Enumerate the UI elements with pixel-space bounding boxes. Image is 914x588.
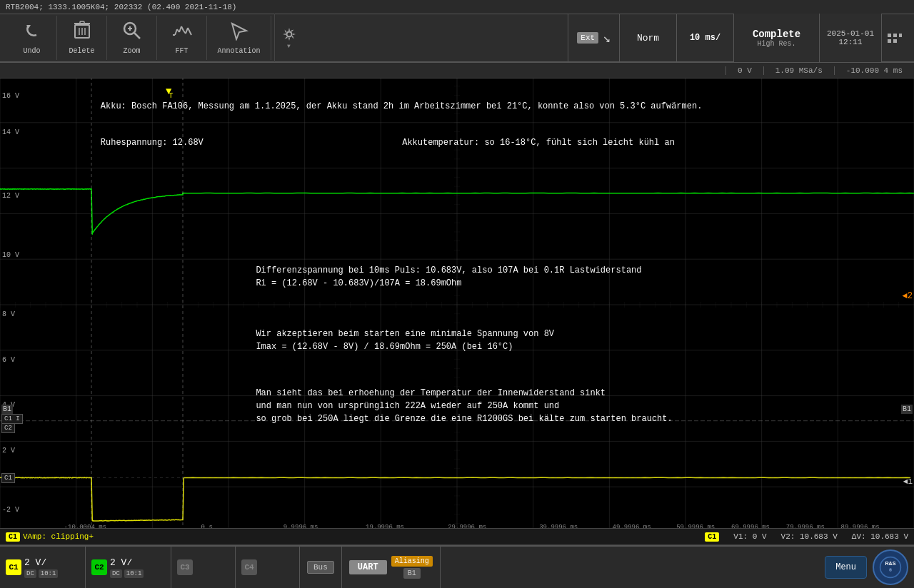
bus-block[interactable]: Bus [300,546,342,588]
ch4-block[interactable]: C4 [236,546,300,588]
annotation-6: Man sieht das bei erhoehung der Temperat… [256,387,672,425]
gear-icon [281,26,297,42]
delete-button[interactable]: Delete [57,16,107,60]
toolbar-row2: 0 V 1.09 MSa/s -10.000 4 ms [0,63,914,78]
annotation-5: Wir akzeptieren beim starten eine minima… [256,328,554,353]
annotation-3: Akkutemperatur: so 16-18°C, fühlt sich l… [402,136,675,149]
fft-icon [171,21,193,46]
delete-label: Delete [69,47,94,55]
trigger-mode-label: Norm [637,33,659,44]
network-icon-box [881,14,907,62]
y-label-6v: 6 V [2,355,15,363]
svg-text:R&S: R&S [885,560,895,567]
menu-logo-area: Menu R&S ® [825,546,914,588]
ch1-value: 2 V/ [24,557,58,568]
y-label-10v: 10 V [2,250,19,258]
settings-button[interactable]: ▼ [274,14,303,62]
time-offset-display: -10.000 4 ms [834,66,914,75]
svg-line-18 [188,28,191,35]
high-res-label: High Res. [757,40,795,48]
sample-rate-display: 1.09 MSa/s [763,66,834,75]
svg-rect-23 [888,39,891,43]
datetime-line2: 12:11 [838,38,862,46]
svg-rect-3 [80,21,84,24]
v1-value: V1: 0 V [733,532,766,541]
ch2-badge: C2 [91,559,107,575]
b1-strip-label: B1 [403,568,421,579]
svg-rect-20 [888,34,891,37]
ch2-arrow: ◄2 [903,291,913,301]
c1-indicator: C1 [1,473,15,483]
y-label-neg2v: -2 V [2,506,19,514]
status-ch-badge: C1 [6,532,20,542]
svg-line-15 [181,26,184,31]
ch2-block[interactable]: C2 2 V/ DC 10:1 [86,546,171,588]
undo-button[interactable]: Undo [7,16,57,60]
ch1-coupling: DC [24,569,36,578]
ch3-block[interactable]: C3 [171,546,236,588]
network-icon [886,31,903,45]
ch1-ratio: 10:1 [39,569,59,578]
delete-icon [74,21,91,46]
y-label-12v: 12 V [2,191,19,199]
ch2-value: 2 V/ [110,557,144,568]
settings-arrow-icon: ▼ [287,43,291,49]
annotation-icon [229,21,249,46]
uart-label: UART [349,560,387,574]
v2-value: V2: 10.683 V [781,532,838,541]
undo-label: Undo [23,47,40,55]
ch1-arrow: ◄1 [903,477,913,486]
title-text: RTB2004; 1333.1005K04; 202332 (02.400 20… [6,3,236,11]
ch4-badge: C4 [241,559,257,575]
ch1-info: 2 V/ DC 10:1 [24,557,58,578]
ch3-badge: C3 [177,559,193,575]
fft-label: FFT [175,47,188,55]
dv-value: ΔV: 10.683 V [852,532,908,541]
b1-left-label: B1 [1,405,13,414]
ch1-badge: C1 [6,559,21,575]
ext-trigger-box: Ext ↘ [568,14,619,62]
svg-point-19 [286,32,291,37]
annotation-button[interactable]: Annotation [207,16,271,60]
trigger-t-label: T [169,91,174,100]
undo-icon [22,21,42,46]
zoom-button[interactable]: Zoom [107,16,157,60]
trigger-mode-box[interactable]: Norm [619,14,676,62]
svg-line-8 [134,33,140,39]
v1-ch-badge: C1 [705,532,719,542]
ext-button[interactable]: Ext [577,32,598,44]
scope-display: 16 V 14 V 12 V 10 V 8 V 6 V 4 V 2 V 0 V … [0,77,914,532]
svg-rect-22 [899,34,902,37]
y-label-14v: 14 V [2,128,19,136]
ch2-ratio: 10:1 [124,569,144,578]
datetime-box: 2025-01-01 12:11 [819,14,881,62]
y-label-2v: 2 V [2,447,15,455]
svg-rect-24 [893,39,897,43]
datetime-line1: 2025-01-01 [827,29,874,38]
ch2-info: 2 V/ DC 10:1 [110,557,144,578]
b1-right-label: B1 [901,405,913,414]
svg-rect-21 [893,34,897,37]
bus-label: Bus [307,561,334,574]
complete-box: Complete High Res. [733,14,819,62]
svg-line-12 [175,29,177,35]
ch2-coupling: DC [110,569,122,578]
timebase-box[interactable]: 10 ms/ [676,14,733,62]
menu-button[interactable]: Menu [825,556,867,579]
y-label-16v: 16 V [2,91,19,99]
annotation-2: Ruhespannung: 12.68V [101,136,204,149]
uart-block[interactable]: UART Aliasing B1 [342,546,441,588]
aliasing-label: Aliasing [391,556,433,567]
annotation-label: Annotation [217,47,260,55]
zoom-label: Zoom [123,47,140,55]
clipping-text: VAmp: clipping+ [23,532,94,541]
channel-strip: C1 2 V/ DC 10:1 C2 2 V/ DC 10:1 C3 C4 Bu… [0,545,914,588]
annotation-1: Akku: Bosch FA106, Messung am 1.1.2025, … [101,100,703,113]
rns-logo: R&S ® [873,549,908,585]
y-label-8v: 8 V [2,310,15,318]
zoom-icon [122,21,142,46]
ch1-block[interactable]: C1 2 V/ DC 10:1 [0,546,86,588]
c2-indicator: C2 [1,423,15,433]
fft-button[interactable]: FFT [157,16,207,60]
complete-label: Complete [753,29,800,40]
